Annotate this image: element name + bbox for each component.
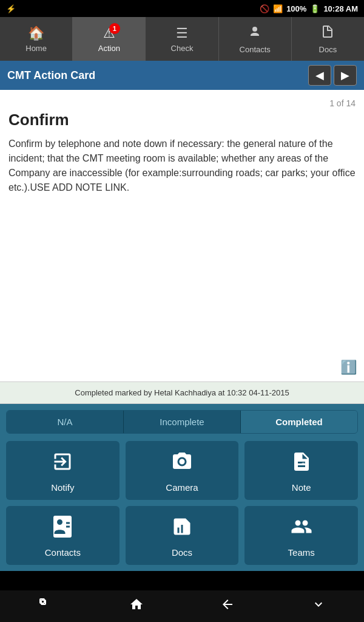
nav-home[interactable]: 🏠 Home: [0, 17, 73, 61]
note-icon: [291, 451, 312, 477]
camera-label: Camera: [166, 482, 198, 493]
notify-label: Notify: [51, 482, 74, 493]
docs-nav-icon: [320, 24, 335, 43]
wifi-icon: 📶: [273, 4, 283, 13]
tab-incomplete-label: Incomplete: [160, 417, 204, 427]
contacts-action-label: Contacts: [45, 547, 81, 558]
menu-button[interactable]: [311, 597, 326, 615]
completion-status: Completed marked by Hetal Kachhadiya at …: [75, 388, 289, 397]
tab-bar: N/A Incomplete Completed: [6, 410, 358, 434]
home-button[interactable]: [129, 597, 144, 615]
signal-off-icon: 🚫: [260, 4, 269, 13]
info-icon[interactable]: ℹ️: [340, 360, 357, 375]
nav-action-label: Action: [98, 44, 120, 53]
tab-completed-label: Completed: [275, 417, 323, 427]
nav-home-label: Home: [25, 44, 47, 53]
tab-na[interactable]: N/A: [7, 411, 124, 433]
nav-action[interactable]: ⚠ 1 Action: [73, 17, 146, 61]
usb-icon: ⚡: [6, 4, 16, 13]
camera-button[interactable]: Camera: [126, 441, 239, 500]
chevron-left-icon: ◀: [315, 69, 324, 82]
action-icon-wrap: ⚠ 1: [103, 26, 115, 41]
nav-arrows: ◀ ▶: [308, 65, 357, 86]
notify-button[interactable]: Notify: [6, 441, 120, 500]
card-body: Confirm by telephone and note down if ne…: [8, 137, 356, 195]
page-header: CMT Action Card ◀ ▶: [0, 61, 364, 90]
home-icon: 🏠: [28, 26, 44, 41]
card-title: Confirm: [8, 111, 356, 129]
check-icon: ☰: [176, 26, 188, 41]
android-nav: [0, 590, 364, 622]
prev-button[interactable]: ◀: [308, 65, 331, 86]
tab-incomplete[interactable]: Incomplete: [124, 411, 241, 433]
docs-button[interactable]: Docs: [126, 506, 239, 565]
nav-docs[interactable]: Docs: [292, 17, 364, 61]
nav-check-label: Check: [171, 44, 194, 53]
status-note: Completed marked by Hetal Kachhadiya at …: [0, 381, 364, 404]
notify-icon: [52, 451, 73, 477]
teams-label: Teams: [288, 547, 315, 558]
content-card: 1 of 14 Confirm Confirm by telephone and…: [0, 90, 364, 381]
nav-check[interactable]: ☰ Check: [146, 17, 218, 61]
next-button[interactable]: ▶: [334, 65, 357, 86]
nav-contacts[interactable]: Contacts: [219, 17, 292, 61]
docs-action-label: Docs: [172, 547, 192, 558]
status-bar: ⚡ 🚫 📶 100% 🔋 10:28 AM: [0, 0, 364, 17]
action-badge: 1: [109, 23, 120, 34]
chevron-right-icon: ▶: [341, 69, 349, 82]
contacts-action-icon: [52, 516, 73, 542]
contacts-nav-icon: [248, 24, 262, 43]
tab-na-label: N/A: [57, 417, 72, 427]
tab-completed[interactable]: Completed: [241, 411, 357, 433]
contacts-button[interactable]: Contacts: [6, 506, 120, 565]
nav-contacts-label: Contacts: [240, 45, 271, 54]
nav-bar: 🏠 Home ⚠ 1 Action ☰ Check Contacts Docs: [0, 17, 364, 61]
note-button[interactable]: Note: [244, 441, 358, 500]
nav-docs-label: Docs: [319, 45, 337, 54]
docs-action-icon: [171, 516, 193, 542]
card-counter: 1 of 14: [8, 98, 356, 108]
battery-level: 100%: [286, 4, 306, 13]
battery-icon: 🔋: [310, 4, 320, 13]
time-display: 10:28 AM: [323, 4, 358, 13]
recent-apps-button[interactable]: [38, 597, 53, 615]
action-grid: Notify Camera Note: [6, 441, 358, 565]
back-button[interactable]: [220, 597, 235, 615]
teams-button[interactable]: Teams: [244, 506, 358, 565]
camera-icon: [171, 451, 193, 477]
note-label: Note: [292, 482, 311, 493]
page-title: CMT Action Card: [7, 69, 95, 82]
bottom-panel: N/A Incomplete Completed Notify: [0, 404, 364, 571]
teams-icon: [291, 516, 312, 542]
